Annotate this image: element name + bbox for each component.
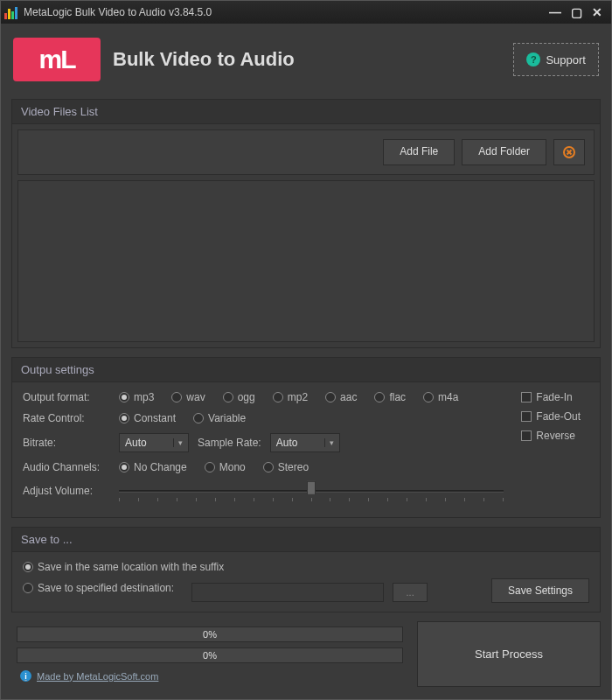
app-icon [4, 5, 18, 19]
file-list-area[interactable] [17, 180, 595, 342]
browse-button[interactable]: ... [393, 583, 428, 602]
file-list-title: Video Files List [12, 100, 600, 124]
rate-variable[interactable]: Variable [193, 412, 246, 424]
format-flac[interactable]: flac [374, 391, 406, 403]
format-mp3[interactable]: mp3 [119, 391, 154, 403]
output-settings-group: Outpu settings Output format: mp3 wav og… [11, 357, 601, 518]
help-icon: ? [526, 52, 540, 66]
format-aac[interactable]: aac [325, 391, 357, 403]
file-list-toolbar: Add File Add Folder [17, 130, 595, 175]
header: mL Bulk Video to Audio ? Support [11, 32, 601, 90]
bottom-row: 0% 0% i Made by MetaLogicSoft.com Start … [11, 621, 601, 687]
support-label: Support [546, 53, 586, 66]
info-icon: i [20, 670, 31, 682]
channels-stereo[interactable]: Stereo [263, 461, 309, 473]
channels-mono[interactable]: Mono [205, 461, 246, 473]
save-same-location[interactable]: Save in the same location with the suffi… [23, 561, 483, 573]
destination-input[interactable] [191, 583, 384, 602]
window-title: MetaLogic Bulk Video to Audio v3.84.5.0 [24, 6, 212, 18]
logo: mL [13, 38, 101, 81]
output-format-label: Output format: [23, 391, 110, 403]
start-process-button[interactable]: Start Process [417, 621, 601, 687]
minimize-button[interactable]: — [545, 4, 566, 20]
format-ogg[interactable]: ogg [223, 391, 255, 403]
progress-bar-2: 0% [17, 648, 403, 663]
save-specified-destination[interactable]: Save to specified destination: [23, 582, 174, 594]
bitrate-select[interactable]: Auto▾ [119, 433, 189, 452]
rate-constant[interactable]: Constant [119, 412, 176, 424]
volume-label: Adjust Volume: [23, 485, 110, 497]
output-settings-title: Outpu settings [12, 358, 600, 382]
maximize-button[interactable]: ▢ [566, 4, 587, 20]
support-button[interactable]: ? Support [513, 43, 599, 76]
reverse-check[interactable]: Reverse [521, 430, 581, 442]
clear-icon [562, 145, 576, 159]
channels-label: Audio Channels: [23, 461, 110, 473]
app-title: Bulk Video to Audio [113, 48, 501, 71]
progress-bar-1: 0% [17, 626, 403, 642]
save-to-title: Save to ... [12, 528, 600, 552]
add-file-button[interactable]: Add File [383, 139, 455, 165]
format-mp2[interactable]: mp2 [273, 391, 308, 403]
sample-rate-select[interactable]: Auto▾ [270, 433, 340, 452]
volume-slider[interactable] [119, 482, 504, 500]
file-list-group: Video Files List Add File Add Folder [11, 99, 601, 348]
format-wav[interactable]: wav [171, 391, 205, 403]
fade-in-check[interactable]: Fade-In [521, 391, 581, 403]
clear-list-button[interactable] [553, 139, 585, 165]
save-to-group: Save to ... Save in the same location wi… [11, 527, 601, 612]
made-by-link[interactable]: i Made by MetaLogicSoft.com [17, 668, 403, 682]
format-m4a[interactable]: m4a [423, 391, 458, 403]
save-settings-button[interactable]: Save Settings [491, 578, 589, 603]
add-folder-button[interactable]: Add Folder [462, 139, 546, 165]
app-window: MetaLogic Bulk Video to Audio v3.84.5.0 … [0, 0, 612, 700]
channels-nochange[interactable]: No Change [119, 461, 187, 473]
rate-control-label: Rate Control: [23, 412, 110, 424]
sample-rate-label: Sample Rate: [198, 437, 261, 449]
fade-out-check[interactable]: Fade-Out [521, 410, 581, 423]
titlebar: MetaLogic Bulk Video to Audio v3.84.5.0 … [1, 1, 611, 24]
close-window-button[interactable]: ✕ [587, 4, 608, 20]
bitrate-label: Bitrate: [23, 437, 110, 449]
